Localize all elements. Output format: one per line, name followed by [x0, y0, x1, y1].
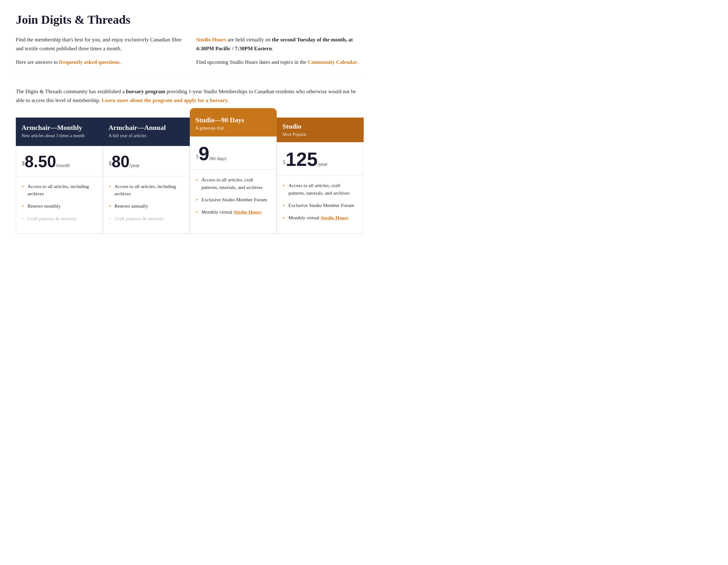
- plan-armchair-monthly-price: $8.50/month: [16, 146, 103, 176]
- plan-armchair-monthly-title: Armchair—Monthly: [22, 124, 97, 132]
- plan-studio-90-subtitle: A generous trial: [195, 126, 271, 131]
- plan-studio: Studio Most Popular $125/year Access to …: [277, 118, 364, 234]
- bursary-link[interactable]: Learn more about the program and apply f…: [102, 97, 229, 103]
- plan-armchair-annual-price: $80/year: [103, 146, 190, 176]
- feature-item-studio-hours: Monthly virtual Studio Hours: [196, 208, 271, 216]
- plan-studio-title: Studio: [282, 123, 358, 131]
- plan-armchair-monthly-header: Armchair—Monthly New articles about 3 ti…: [16, 118, 103, 146]
- divider: [16, 77, 364, 77]
- plan-armchair-annual-title: Armchair—Annual: [108, 124, 184, 132]
- community-calendar-link[interactable]: Community Calendar: [308, 59, 357, 65]
- plan-studio-features: Access to all articles, craft patterns, …: [277, 175, 364, 234]
- page-title: Join Digits & Threads: [16, 13, 364, 27]
- plan-studio-90: Studio—90 Days A generous trial $9/90 da…: [190, 118, 277, 234]
- plan-studio-90-features: Access to all articles, craft patterns, …: [190, 170, 277, 234]
- plan-armchair-monthly-subtitle: New articles about 3 times a month: [22, 133, 97, 138]
- studio-hours-link[interactable]: Studio Hours: [196, 37, 226, 43]
- plan-armchair-monthly-features: Access to all articles, including archiv…: [16, 176, 103, 234]
- plan-armchair-annual-subtitle: A full year of articles: [108, 133, 184, 138]
- intro-section: Find the membership that's best for you,…: [16, 35, 364, 67]
- plan-armchair-annual-features: Access to all articles, including archiv…: [103, 176, 190, 234]
- feature-item-studio-hours: Monthly virtual Studio Hours: [283, 214, 358, 221]
- plan-studio-90-price: $9/90 days: [190, 137, 277, 170]
- plan-armchair-annual: Armchair—Annual A full year of articles …: [103, 118, 190, 234]
- feature-item: Access to all articles, including archiv…: [109, 183, 184, 198]
- intro-left: Find the membership that's best for you,…: [16, 35, 183, 67]
- pricing-table: Armchair—Monthly New articles about 3 ti…: [16, 118, 364, 234]
- feature-item: Exclusive Studio Member Forum: [196, 196, 271, 203]
- intro-left-p1: Find the membership that's best for you,…: [16, 35, 183, 53]
- studio-hours-link[interactable]: Studio Hours: [234, 209, 262, 215]
- feature-item-grayed: Craft patterns & tutorials: [22, 215, 97, 222]
- feature-item-grayed: Craft patterns & tutorials: [109, 215, 184, 222]
- plan-studio-90-header: Studio—90 Days A generous trial: [190, 108, 277, 137]
- intro-right: Studio Hours are held virtually on the s…: [196, 35, 364, 67]
- plan-armchair-annual-header: Armchair—Annual A full year of articles: [103, 118, 190, 146]
- plan-studio-subtitle: Most Popular: [282, 132, 358, 137]
- feature-item: Exclusive Studio Member Forum: [283, 202, 358, 209]
- plan-studio-price: $125/year: [277, 142, 364, 176]
- bursary-section: The Digits & Threads community has estab…: [16, 87, 364, 105]
- plan-studio-90-title: Studio—90 Days: [195, 116, 271, 124]
- feature-item: Access to all articles, craft patterns, …: [283, 182, 358, 197]
- plan-armchair-monthly: Armchair—Monthly New articles about 3 ti…: [16, 118, 103, 234]
- intro-right-p2: Find upcoming Studio Hours dates and top…: [196, 58, 364, 67]
- plan-studio-header: Studio Most Popular: [277, 118, 364, 142]
- feature-item: Renews annually: [109, 202, 184, 210]
- feature-item: Access to all articles, craft patterns, …: [196, 176, 271, 191]
- intro-right-p1: Studio Hours are held virtually on the s…: [196, 35, 364, 53]
- feature-item: Renews monthly: [22, 202, 97, 210]
- intro-left-p2: Here are answers to frequently asked que…: [16, 58, 183, 67]
- feature-item: Access to all articles, including archiv…: [22, 183, 97, 198]
- faq-link[interactable]: frequently asked questions: [59, 59, 120, 65]
- studio-hours-link[interactable]: Studio Hours: [321, 215, 349, 220]
